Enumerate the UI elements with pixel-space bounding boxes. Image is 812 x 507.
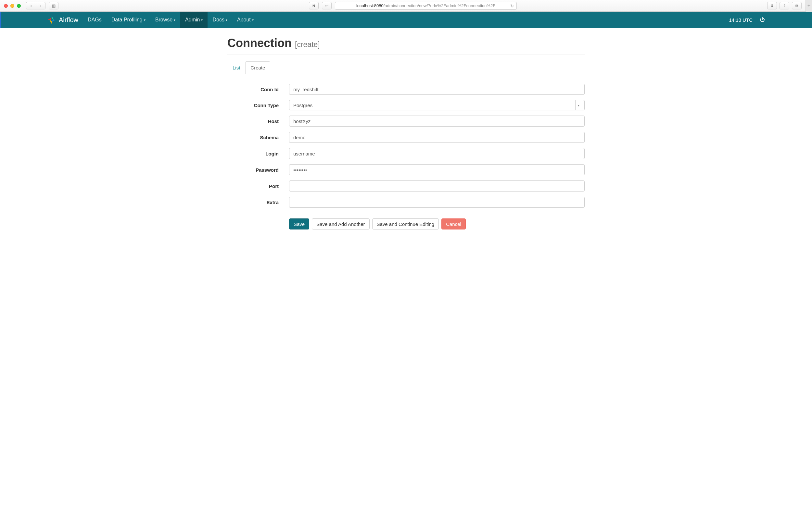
page-title: Connection	[227, 36, 292, 50]
url-host: localhost:8080	[356, 3, 384, 8]
nav-item-about[interactable]: About ▾	[232, 12, 259, 28]
nav-item-admin[interactable]: Admin ▾	[180, 12, 208, 28]
nav-item-browse[interactable]: Browse ▾	[150, 12, 180, 28]
input-login[interactable]	[289, 148, 585, 159]
chevron-left-icon: ‹	[31, 4, 32, 8]
nav-item-label: Data Profiling	[111, 17, 143, 23]
nav-back-forward: ‹ ›	[26, 2, 46, 9]
tabs-icon: ⧉	[796, 4, 798, 8]
cancel-button[interactable]: Cancel	[442, 218, 466, 229]
back-button[interactable]: ‹	[26, 2, 36, 9]
show-tabs-button[interactable]: ⧉	[792, 2, 802, 9]
save-continue-editing-button[interactable]: Save and Continue Editing	[372, 218, 439, 229]
label-extra: Extra	[227, 200, 289, 205]
chevron-down-icon: ▾	[201, 18, 203, 22]
input-password[interactable]	[289, 164, 585, 175]
zoom-window-button[interactable]	[17, 4, 21, 8]
label-schema: Schema	[227, 135, 289, 140]
reload-button[interactable]: ↻	[510, 3, 514, 8]
input-host[interactable]	[289, 116, 585, 127]
label-conn-type: Conn Type	[227, 103, 289, 108]
nav-item-label: Docs	[212, 17, 224, 23]
chevron-right-icon: ›	[40, 4, 41, 8]
tab-list[interactable]: List	[227, 61, 245, 74]
nav-item-label: Browse	[155, 17, 172, 23]
reply-icon: ↩	[325, 4, 328, 8]
sidebar-icon: ▥	[52, 4, 56, 8]
downloads-button[interactable]: ⬇	[767, 2, 777, 9]
share-icon: ⇪	[783, 4, 786, 8]
tabs: List Create	[227, 61, 585, 74]
new-tab-button[interactable]: +	[806, 0, 812, 12]
chevron-down-icon: ▾	[252, 18, 254, 22]
url-path: /admin/connection/new/?url=%2Fadmin%2Fco…	[384, 3, 495, 8]
label-port: Port	[227, 183, 289, 189]
page-container: Connection [create] List Create Conn Id …	[227, 28, 585, 229]
page-subtitle: [create]	[295, 40, 320, 49]
label-password: Password	[227, 167, 289, 173]
chevron-down-icon: ▾	[174, 18, 175, 22]
label-conn-id: Conn Id	[227, 87, 289, 92]
reply-button[interactable]: ↩	[322, 2, 332, 9]
input-port[interactable]	[289, 180, 585, 191]
nav-item-data-profiling[interactable]: Data Profiling ▾	[107, 12, 150, 28]
page-header: Connection [create]	[227, 36, 585, 55]
brand[interactable]: Airflow	[47, 15, 83, 24]
download-icon: ⬇	[770, 4, 774, 8]
navbar: Airflow DAGs Data Profiling ▾ Browse ▾ A…	[0, 12, 812, 28]
chevron-down-icon: ▾	[144, 18, 146, 22]
nav-item-label: Admin	[185, 17, 200, 23]
connection-form: Conn Id Conn Type Postgres ▾ Host Schema	[227, 84, 585, 229]
note-icon: N	[312, 4, 315, 8]
nav-item-docs[interactable]: Docs ▾	[208, 12, 232, 28]
window-edge	[0, 12, 1, 28]
window-controls	[4, 4, 21, 8]
close-window-button[interactable]	[4, 4, 8, 8]
forward-button[interactable]: ›	[36, 2, 46, 9]
chevron-down-icon: ▾	[226, 18, 227, 22]
logout-button[interactable]: ⏻	[760, 17, 765, 23]
brand-text: Airflow	[59, 16, 78, 24]
sidebar-button[interactable]: ▥	[49, 2, 58, 9]
select-conn-type[interactable]: Postgres ▾	[289, 100, 585, 110]
extension-button[interactable]: N	[309, 2, 319, 9]
nav-item-dags[interactable]: DAGs	[83, 12, 107, 28]
input-schema[interactable]	[289, 132, 585, 143]
tab-label: List	[233, 65, 240, 70]
reload-icon: ↻	[510, 3, 514, 8]
nav-item-label: DAGs	[88, 17, 102, 23]
form-buttons: Save Save and Add Another Save and Conti…	[227, 218, 585, 229]
share-button[interactable]: ⇪	[779, 2, 789, 9]
airflow-logo-icon	[47, 15, 56, 24]
label-host: Host	[227, 118, 289, 124]
tab-create[interactable]: Create	[245, 61, 270, 74]
tab-label: Create	[250, 65, 265, 70]
utc-clock: 14:13 UTC	[729, 17, 753, 23]
address-bar[interactable]: localhost:8080/admin/connection/new/?url…	[335, 2, 517, 10]
input-conn-id[interactable]	[289, 84, 585, 95]
power-icon: ⏻	[760, 17, 765, 22]
label-login: Login	[227, 151, 289, 157]
minimize-window-button[interactable]	[10, 4, 14, 8]
save-button[interactable]: Save	[289, 218, 309, 229]
input-extra[interactable]	[289, 197, 585, 208]
save-add-another-button[interactable]: Save and Add Another	[312, 218, 369, 229]
select-conn-type-value: Postgres	[293, 103, 312, 108]
browser-chrome: ‹ › ▥ N ↩ localhost:8080/admin/connectio…	[0, 0, 812, 12]
nav-item-label: About	[237, 17, 251, 23]
form-divider	[227, 213, 585, 213]
plus-icon: +	[807, 3, 810, 9]
chevron-down-icon: ▾	[575, 100, 582, 110]
